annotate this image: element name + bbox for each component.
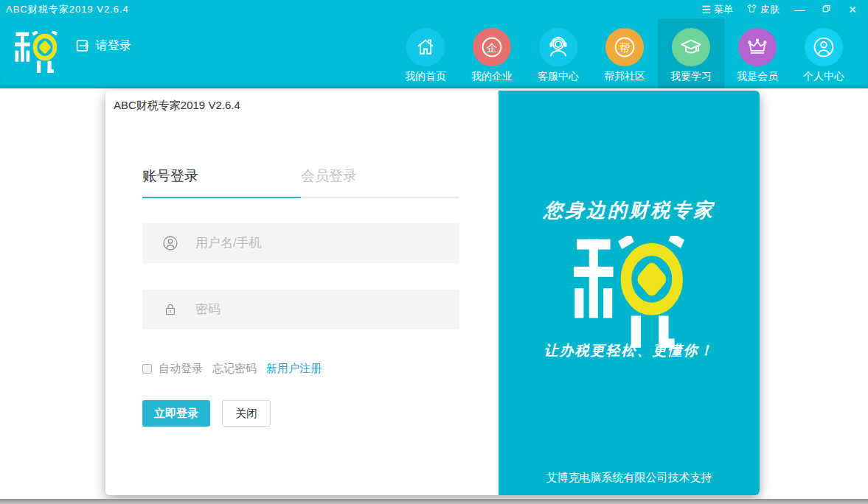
maximize-button[interactable] — [819, 4, 833, 15]
crown-icon — [738, 28, 777, 66]
login-form-pane: ABC财税专家2019 V2.6.4 账号登录 会员登录 自动登录 — [105, 91, 499, 495]
close-dialog-button[interactable]: 关闭 — [222, 400, 271, 427]
titlebar-controls: ☰ 菜单 皮肤 — ✕ — [701, 3, 859, 16]
nav-item-community[interactable]: 帮 帮邦社区 — [591, 18, 658, 88]
tab-member-login[interactable]: 会员登录 — [301, 167, 459, 198]
brand-panel: 您身边的财税专家 让办税更轻松、更懂你！ 艾 — [499, 91, 760, 495]
login-tabs: 账号登录 会员登录 — [142, 167, 459, 198]
username-field[interactable] — [142, 223, 459, 263]
nav-item-enterprise[interactable]: 企 我的企业 — [459, 18, 525, 88]
window-titlebar: ABC财税专家2019 V2.6.4 ☰ 菜单 皮肤 — ✕ — [0, 0, 868, 18]
login-options-row: 自动登录 忘记密码 新用户注册 — [142, 362, 322, 376]
shirt-icon — [746, 3, 757, 15]
nav-label: 我的企业 — [471, 70, 513, 83]
tab-account-login[interactable]: 账号登录 — [142, 167, 301, 198]
nav-label: 个人中心 — [803, 70, 844, 83]
dialog-title: ABC财税专家2019 V2.6.4 — [114, 99, 240, 113]
auto-login-checkbox[interactable] — [142, 364, 152, 374]
user-circle-icon — [805, 28, 843, 66]
password-input[interactable] — [142, 290, 459, 329]
app-header: 请登录 我的首页 企 我的企业 — [0, 18, 868, 88]
login-dialog: ABC财税专家2019 V2.6.4 账号登录 会员登录 自动登录 — [105, 91, 760, 495]
close-button[interactable]: ✕ — [846, 4, 859, 15]
community-icon: 帮 — [605, 28, 644, 66]
lock-icon — [163, 302, 178, 318]
nav-item-service[interactable]: 客服中心 — [525, 18, 591, 88]
login-prompt[interactable]: 请登录 — [74, 38, 131, 54]
skin-button[interactable]: 皮肤 — [746, 3, 780, 16]
brand-footer: 艾博克电脑系统有限公司技术支持 — [499, 471, 760, 485]
headset-icon — [539, 28, 577, 66]
nav-label: 我要学习 — [670, 70, 712, 83]
login-prompt-label: 请登录 — [96, 38, 131, 54]
nav-item-member[interactable]: 我是会员 — [724, 18, 791, 88]
minimize-button[interactable]: — — [793, 4, 806, 15]
username-input[interactable] — [142, 223, 459, 263]
brand-slogan-top: 您身边的财税专家 — [499, 197, 760, 223]
menu-button[interactable]: ☰ 菜单 — [701, 3, 733, 16]
app-logo-icon — [15, 31, 58, 77]
enterprise-icon: 企 — [473, 28, 511, 66]
nav-label: 帮邦社区 — [604, 70, 645, 83]
nav-label: 客服中心 — [538, 70, 579, 83]
nav-item-home[interactable]: 我的首页 — [392, 18, 459, 88]
skin-label: 皮肤 — [760, 3, 780, 16]
header-nav: 我的首页 企 我的企业 客服中 — [392, 18, 857, 88]
nav-label: 我是会员 — [737, 70, 778, 83]
auto-login-label[interactable]: 自动登录 — [159, 362, 203, 376]
brand-logo-icon — [574, 236, 684, 353]
svg-text:帮: 帮 — [619, 42, 631, 54]
svg-text:企: 企 — [487, 42, 498, 54]
login-arrow-icon — [74, 38, 90, 54]
home-icon — [406, 28, 445, 66]
graduation-cap-icon — [672, 28, 710, 66]
login-submit-button[interactable]: 立即登录 — [142, 400, 210, 427]
window-title: ABC财税专家2019 V2.6.4 — [6, 3, 129, 16]
person-icon — [162, 234, 179, 252]
register-link[interactable]: 新用户注册 — [266, 362, 322, 376]
menu-label: 菜单 — [714, 3, 733, 16]
password-field[interactable] — [142, 290, 459, 329]
brand-slogan-bottom: 让办税更轻松、更懂你！ — [499, 341, 760, 360]
login-buttons-row: 立即登录 关闭 — [142, 400, 271, 427]
menu-icon: ☰ — [701, 4, 711, 15]
forgot-password-link[interactable]: 忘记密码 — [212, 362, 257, 376]
nav-item-personal[interactable]: 个人中心 — [791, 18, 857, 88]
nav-item-study[interactable]: 我要学习 — [658, 18, 724, 88]
nav-label: 我的首页 — [405, 70, 446, 83]
window-bottom-edge — [0, 499, 868, 504]
